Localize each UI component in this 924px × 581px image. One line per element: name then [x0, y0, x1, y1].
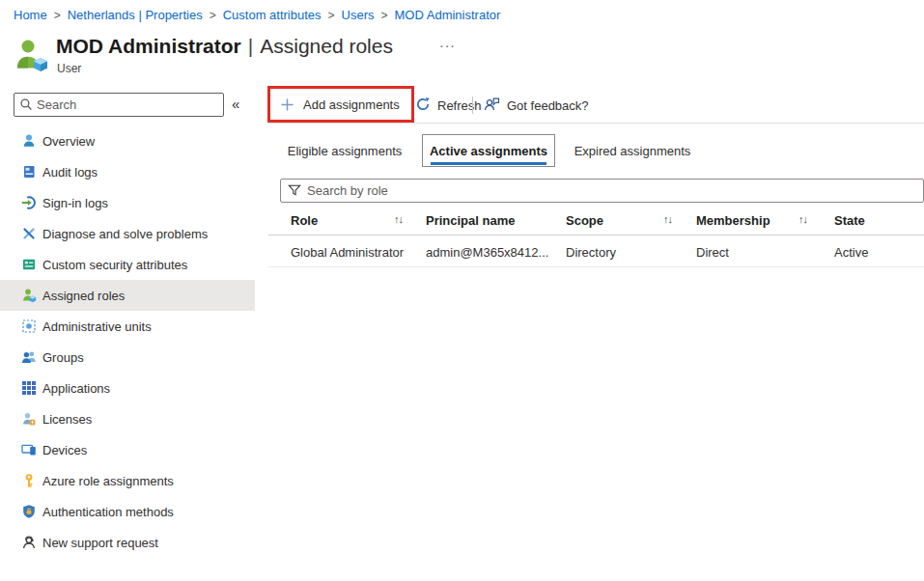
custom-security-attributes-icon — [21, 257, 37, 272]
sidebar-item-sign-in-logs[interactable]: Sign-in logs — [0, 187, 255, 218]
breadcrumb-separator: > — [54, 9, 61, 22]
sidebar-item-overview[interactable]: Overview — [0, 125, 255, 156]
tab-label: Active assignments — [430, 144, 547, 158]
sidebar-item-label: Diagnose and solve problems — [42, 227, 208, 241]
sidebar-item-label: Overview — [42, 134, 95, 149]
overview-icon — [21, 133, 37, 149]
filter-icon — [288, 183, 301, 197]
breadcrumb-link-1[interactable]: Home — [14, 8, 47, 22]
diagnose-icon — [21, 226, 37, 241]
sidebar-item-label: Groups — [42, 350, 84, 365]
column-header-role[interactable]: Role — [291, 213, 318, 228]
breadcrumb-separator: > — [381, 9, 388, 22]
got-feedback-button[interactable]: Got feedback? — [484, 97, 589, 114]
sidebar-item-authentication-methods[interactable]: Authentication methods — [0, 496, 255, 527]
sidebar-item-diagnose-and-solve-problems[interactable]: Diagnose and solve problems — [0, 218, 255, 249]
sort-icon[interactable]: ↑↓ — [394, 213, 403, 225]
add-assignments-button[interactable]: Add assignments — [267, 86, 414, 123]
cell-membership: Direct — [696, 245, 729, 260]
audit-logs-icon — [21, 164, 37, 180]
sidebar-item-label: Licenses — [42, 412, 92, 427]
licenses-icon — [21, 411, 37, 427]
toolbar-divider — [268, 123, 924, 124]
column-header-membership[interactable]: Membership — [696, 213, 770, 228]
applications-icon — [21, 380, 37, 396]
toolbar-separator — [472, 97, 473, 114]
sidebar-item-label: Custom security attributes — [42, 258, 187, 272]
title-separator: | — [248, 35, 253, 57]
sidebar-item-label: Sign-in logs — [42, 196, 108, 210]
breadcrumb-link-5[interactable]: MOD Administrator — [395, 8, 501, 22]
sidebar-nav: OverviewAudit logsSign-in logsDiagnose a… — [0, 125, 255, 558]
breadcrumb-link-3[interactable]: Custom attributes — [223, 8, 322, 22]
tab-label: Expired assignments — [574, 144, 691, 158]
breadcrumb-link-2[interactable]: Netherlands | Properties — [68, 8, 203, 22]
sidebar-item-administrative-units[interactable]: Administrative units — [0, 311, 255, 342]
table-header: Role↑↓Principal nameScope↑↓Membership↑↓S… — [268, 206, 924, 235]
more-menu-icon[interactable]: ··· — [439, 38, 456, 53]
sidebar-item-assigned-roles[interactable]: Assigned roles — [0, 280, 255, 311]
sidebar-item-label: Audit logs — [42, 165, 98, 180]
sidebar-collapse-icon[interactable]: « — [232, 96, 239, 112]
tab-eligible-assignments[interactable]: Eligible assignments — [283, 135, 406, 166]
sidebar-item-applications[interactable]: Applications — [0, 373, 255, 403]
sidebar-item-audit-logs[interactable]: Audit logs — [0, 156, 255, 187]
refresh-label: Refresh — [437, 98, 482, 113]
sidebar-item-label: Devices — [42, 443, 87, 457]
azure-role-assignments-icon — [21, 473, 37, 488]
entity-name: MOD Administrator — [56, 35, 241, 57]
groups-icon — [21, 349, 37, 365]
add-assignments-label: Add assignments — [303, 97, 400, 112]
sort-icon[interactable]: ↑↓ — [663, 213, 672, 225]
tab-active-assignments[interactable]: Active assignments — [422, 134, 555, 167]
entity-type-label: User — [57, 62, 81, 75]
sidebar-item-label: Authentication methods — [42, 505, 174, 519]
breadcrumb-separator: > — [210, 9, 216, 22]
refresh-icon — [415, 97, 431, 115]
breadcrumb-separator: > — [328, 9, 335, 22]
search-icon — [19, 97, 33, 111]
sign-in-logs-icon — [21, 195, 37, 210]
authentication-methods-icon — [21, 504, 37, 519]
sidebar-item-label: Assigned roles — [42, 289, 125, 303]
sidebar-search — [14, 93, 224, 117]
cell-principal-name: admin@M365x8412... — [426, 245, 548, 260]
breadcrumb: Home>Netherlands | Properties>Custom att… — [14, 8, 500, 22]
column-header-state[interactable]: State — [834, 213, 865, 228]
page-section-name: Assigned roles — [260, 35, 393, 57]
sidebar-item-label: Administrative units — [42, 319, 152, 334]
devices-icon — [21, 442, 37, 457]
tab-expired-assignments[interactable]: Expired assignments — [570, 135, 695, 166]
page-title: MOD Administrator|Assigned roles — [56, 35, 393, 58]
tab-label: Eligible assignments — [288, 144, 403, 158]
table-row[interactable]: Global Administratoradmin@M365x8412...Di… — [268, 236, 924, 267]
sidebar-item-groups[interactable]: Groups — [0, 342, 255, 373]
feedback-icon — [484, 97, 500, 115]
search-by-role-input[interactable] — [307, 180, 915, 201]
assigned-roles-icon — [21, 288, 37, 303]
user-avatar-icon — [14, 38, 50, 74]
cell-state: Active — [834, 245, 868, 260]
sidebar-item-licenses[interactable]: Licenses — [0, 403, 255, 434]
sidebar-item-devices[interactable]: Devices — [0, 434, 255, 465]
column-header-scope[interactable]: Scope — [566, 213, 603, 228]
sidebar-item-label: Applications — [42, 381, 110, 396]
breadcrumb-link-4[interactable]: Users — [342, 8, 375, 22]
new-support-request-icon — [21, 535, 37, 550]
feedback-label: Got feedback? — [507, 98, 589, 113]
filter-search-box — [280, 179, 924, 203]
administrative-units-icon — [21, 318, 37, 334]
column-header-principal-name[interactable]: Principal name — [426, 213, 515, 228]
sidebar-item-label: Azure role assignments — [42, 474, 174, 488]
plus-icon — [280, 97, 294, 112]
cell-scope: Directory — [566, 245, 616, 260]
sidebar-item-label: New support request — [42, 536, 158, 550]
cell-role: Global Administrator — [291, 245, 404, 260]
sidebar-item-new-support-request[interactable]: New support request — [0, 527, 255, 558]
sort-icon[interactable]: ↑↓ — [798, 213, 807, 225]
sidebar-search-input[interactable] — [37, 95, 218, 115]
sidebar-item-custom-security-attributes[interactable]: Custom security attributes — [0, 249, 255, 280]
sidebar-item-azure-role-assignments[interactable]: Azure role assignments — [0, 465, 255, 496]
